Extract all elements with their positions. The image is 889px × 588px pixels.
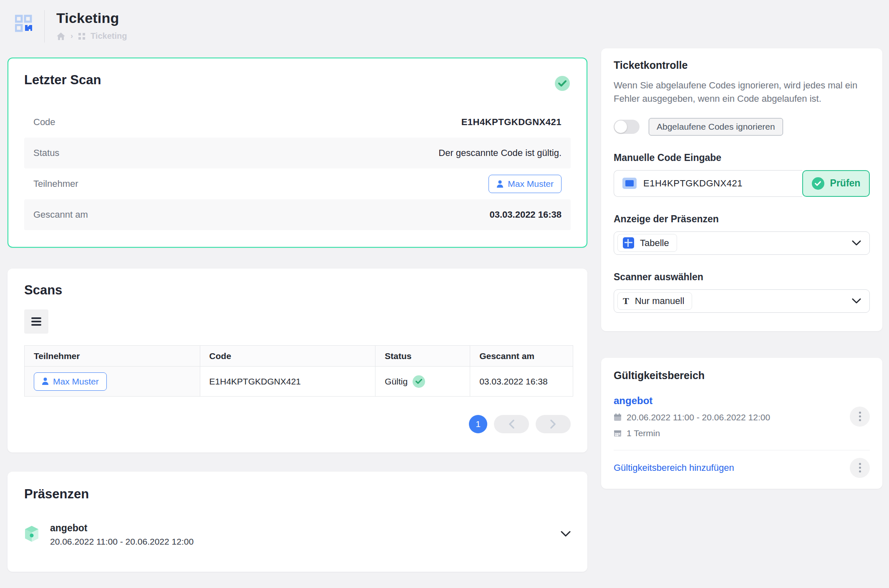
ticket-control-title: Ticketkontrolle: [614, 59, 870, 71]
validity-item-link[interactable]: angebot: [614, 395, 850, 407]
calendar-grid-icon: [614, 429, 622, 437]
app-header: Ticketing › Ticketing: [0, 0, 889, 43]
manual-code-value: E1H4KPTGKDGNX421: [643, 178, 743, 189]
chevron-right-icon: [550, 420, 557, 429]
add-validity-link[interactable]: Gültigkeitsbereich hinzufügen: [614, 462, 734, 473]
pagination: 1: [24, 415, 571, 433]
ignore-expired-toggle[interactable]: [614, 120, 640, 134]
check-icon: [812, 177, 824, 190]
chevron-left-icon: [508, 420, 515, 429]
code-value: E1H4KPTGKDGNX421: [461, 117, 562, 128]
table-menu-button[interactable]: [24, 309, 48, 334]
scans-title: Scans: [24, 283, 571, 298]
breadcrumb-qr-icon: [78, 33, 86, 40]
calendar-icon: [614, 413, 622, 421]
add-validity-menu-button[interactable]: [850, 458, 870, 478]
row-participant-button[interactable]: Max Muster: [34, 372, 107, 391]
scanned-at-label: Gescannt am: [33, 209, 88, 220]
breadcrumb-current[interactable]: Ticketing: [91, 31, 127, 41]
presence-display-value: Tabelle: [640, 238, 669, 249]
last-scan-card: Letzter Scan Code E1H4KPTGKDGNX421 Statu…: [8, 58, 587, 248]
validity-item: angebot 20.06.2022 11:00 - 20.06.2022 12…: [614, 395, 870, 438]
ticket-control-description: Wenn Sie abgelaufene Codes ignorieren, w…: [614, 79, 870, 106]
validity-card: Gültigkeitsbereich angebot 20.06.2022 11…: [601, 358, 882, 489]
presence-display-select[interactable]: Tabelle: [614, 231, 870, 255]
validity-item-menu-button[interactable]: [850, 407, 870, 427]
scanner-select-label: Scanner auswählen: [614, 271, 870, 283]
next-page-button[interactable]: [536, 415, 571, 433]
scanner-select-value: Nur manuell: [635, 296, 685, 307]
presences-title: Präsenzen: [24, 487, 571, 502]
scanned-at-value: 03.03.2022 16:38: [490, 209, 562, 220]
presence-period: 20.06.2022 11:00 - 20.06.2022 12:00: [50, 537, 561, 547]
col-header-code: Code: [200, 346, 375, 367]
row-valid-check-icon: [413, 375, 425, 388]
last-scan-date-row: Gescannt am 03.03.2022 16:38: [24, 199, 571, 230]
hamburger-icon: [31, 316, 41, 327]
cube-icon: [24, 525, 39, 544]
validity-item-period: 20.06.2022 11:00 - 20.06.2022 12:00: [627, 412, 770, 422]
chevron-down-icon: [852, 298, 861, 304]
participant-button[interactable]: Max Muster: [489, 175, 562, 193]
validity-title: Gültigkeitsbereich: [614, 369, 870, 382]
person-icon: [42, 377, 49, 385]
last-scan-participant-row: Teilnehmer Max Muster: [24, 168, 571, 199]
table-view-icon: [623, 237, 634, 249]
manual-code-input[interactable]: E1H4KPTGKDGNX421: [614, 170, 802, 197]
page-title: Ticketing: [56, 10, 127, 26]
check-code-button[interactable]: Prüfen: [802, 170, 870, 197]
text-input-icon: T: [623, 297, 629, 306]
person-icon: [496, 180, 504, 188]
ticket-icon: [622, 178, 637, 189]
scans-card: Scans Teilnehmer Code Status Gescannt am: [8, 269, 587, 452]
presences-card: Präsenzen angebot 20.06.2022 11:00 - 20.…: [8, 472, 587, 572]
last-scan-code-row: Code E1H4KPTGKDGNX421: [24, 107, 571, 138]
valid-check-icon: [555, 76, 570, 91]
status-value: Der gescannte Code ist gültig.: [438, 148, 562, 158]
breadcrumb-separator-icon: ›: [71, 32, 73, 40]
breadcrumb: › Ticketing: [56, 31, 127, 41]
row-participant-label: Max Muster: [53, 377, 99, 387]
participant-label: Teilnehmer: [33, 178, 78, 189]
presence-display-label: Anzeige der Präsenzen: [614, 214, 870, 225]
scans-table: Teilnehmer Code Status Gescannt am Max M…: [24, 345, 573, 397]
col-header-scanned-at: Gescannt am: [470, 346, 573, 367]
chevron-down-icon[interactable]: [561, 531, 571, 538]
check-code-button-label: Prüfen: [830, 178, 861, 189]
status-label: Status: [33, 148, 59, 158]
page-1-button[interactable]: 1: [469, 415, 487, 433]
code-label: Code: [33, 117, 55, 128]
presence-item[interactable]: angebot 20.06.2022 11:00 - 20.06.2022 12…: [24, 523, 571, 547]
app-qr-logo-icon: [15, 14, 33, 33]
row-code: E1H4KPTGKDGNX421: [200, 367, 375, 397]
row-status: Gültig: [385, 377, 408, 387]
row-scanned-at: 03.03.2022 16:38: [470, 367, 573, 397]
chevron-down-icon: [852, 240, 861, 246]
home-icon[interactable]: [56, 32, 65, 40]
col-header-status: Status: [375, 346, 470, 367]
participant-button-label: Max Muster: [508, 179, 554, 189]
table-row: Max Muster E1H4KPTGKDGNX421 Gültig: [25, 367, 573, 397]
manual-code-label: Manuelle Code Eingabe: [614, 152, 870, 163]
presence-name: angebot: [50, 523, 87, 533]
header-divider: [44, 10, 45, 43]
prev-page-button[interactable]: [494, 415, 529, 433]
last-scan-status-row: Status Der gescannte Code ist gültig.: [24, 138, 571, 168]
ticket-control-card: Ticketkontrolle Wenn Sie abgelaufene Cod…: [601, 48, 882, 331]
validity-item-appointments: 1 Termin: [627, 428, 660, 438]
col-header-participant: Teilnehmer: [25, 346, 200, 367]
last-scan-title: Letzter Scan: [24, 73, 571, 88]
ignore-expired-button[interactable]: Abgelaufene Codes ignorieren: [649, 118, 783, 136]
scanner-select[interactable]: T Nur manuell: [614, 289, 870, 313]
